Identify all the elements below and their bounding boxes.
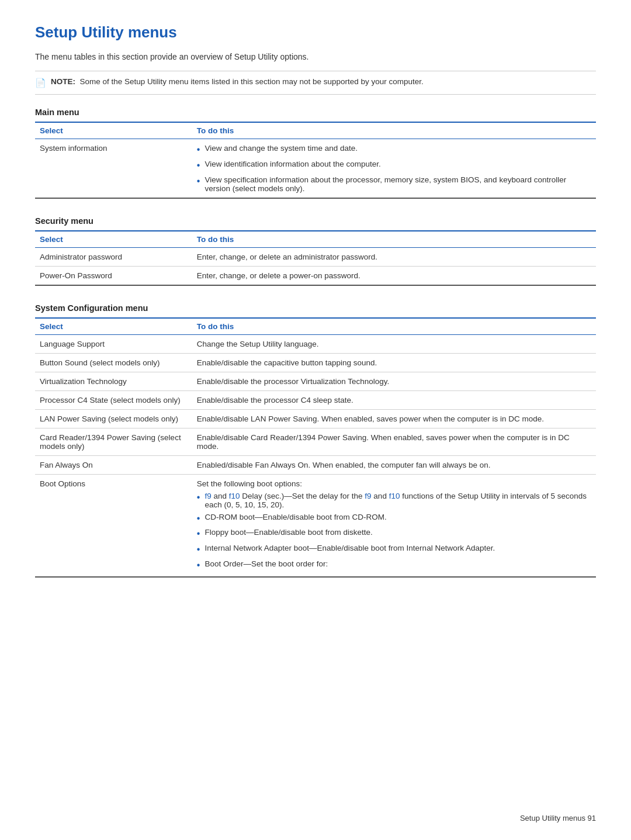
table-row: Processor C4 State (select models only) … xyxy=(35,390,596,409)
list-item: • CD-ROM boot—Enable/disable boot from C… xyxy=(197,513,591,525)
table-row: Power-On Password Enter, change, or dele… xyxy=(35,266,596,285)
bullet-icon: • xyxy=(197,559,200,572)
sys-row4-select: Processor C4 State (select models only) xyxy=(35,390,192,409)
sys-row1-select: Language Support xyxy=(35,334,192,353)
sys-row3-todo: Enable/disable the processor Virtualizat… xyxy=(192,372,596,390)
table-row: LAN Power Saving (select models only) En… xyxy=(35,409,596,428)
main-menu-table: Select To do this System information • V… xyxy=(35,122,596,199)
main-menu-section: Main menu Select To do this System infor… xyxy=(35,108,596,199)
sec-col-select: Select xyxy=(35,231,192,248)
sec-col-todo: To do this xyxy=(192,231,596,248)
sys-row2-select: Button Sound (select models only) xyxy=(35,353,192,372)
sys-row5-select: LAN Power Saving (select models only) xyxy=(35,409,192,428)
note-box: 📄 NOTE: Some of the Setup Utility menu i… xyxy=(35,71,596,95)
security-menu-section: Security menu Select To do this Administ… xyxy=(35,216,596,286)
sys-row7-select: Fan Always On xyxy=(35,455,192,474)
sys-row8-select: Boot Options xyxy=(35,474,192,577)
table-row: Card Reader/1394 Power Saving (select mo… xyxy=(35,428,596,455)
sys-row1-todo: Change the Setup Utility language. xyxy=(192,334,596,353)
main-col-select: Select xyxy=(35,122,192,139)
list-item: • View identification information about … xyxy=(197,160,591,172)
sys-row7-todo: Enabled/disable Fan Always On. When enab… xyxy=(192,455,596,474)
table-row: Virtualization Technology Enable/disable… xyxy=(35,372,596,390)
sys-col-todo: To do this xyxy=(192,318,596,335)
table-row: Fan Always On Enabled/disable Fan Always… xyxy=(35,455,596,474)
sys-row4-todo: Enable/disable the processor C4 sleep st… xyxy=(192,390,596,409)
security-menu-title: Security menu xyxy=(35,216,596,226)
bullet-icon: • xyxy=(197,513,200,525)
bullet-icon: • xyxy=(197,544,200,556)
note-icon: 📄 xyxy=(35,78,46,88)
sysconfig-menu-section: System Configuration menu Select To do t… xyxy=(35,303,596,578)
bullet-icon: • xyxy=(197,160,200,172)
list-item: • Boot Order—Set the boot order for: xyxy=(197,559,591,572)
sys-row6-select: Card Reader/1394 Power Saving (select mo… xyxy=(35,428,192,455)
bullet-icon: • xyxy=(197,492,200,504)
table-row: System information • View and change the… xyxy=(35,139,596,198)
list-item: • Internal Network Adapter boot—Enable/d… xyxy=(197,544,591,556)
sysconfig-menu-title: System Configuration menu xyxy=(35,303,596,313)
table-row: Button Sound (select models only) Enable… xyxy=(35,353,596,372)
sec-row2-select: Power-On Password xyxy=(35,266,192,285)
list-item: • View specification information about t… xyxy=(197,175,591,193)
sys-row3-select: Virtualization Technology xyxy=(35,372,192,390)
sec-row1-select: Administrator password xyxy=(35,247,192,266)
bullet-icon: • xyxy=(197,175,200,188)
main-row1-select: System information xyxy=(35,139,192,198)
main-menu-title: Main menu xyxy=(35,108,596,117)
intro-text: The menu tables in this section provide … xyxy=(35,52,596,61)
sys-row5-todo: Enable/disable LAN Power Saving. When en… xyxy=(192,409,596,428)
sys-row6-todo: Enable/disable Card Reader/1394 Power Sa… xyxy=(192,428,596,455)
table-row: Language Support Change the Setup Utilit… xyxy=(35,334,596,353)
table-row: Boot Options Set the following boot opti… xyxy=(35,474,596,577)
main-col-todo: To do this xyxy=(192,122,596,139)
list-item: • View and change the system time and da… xyxy=(197,144,591,156)
sys-row2-todo: Enable/disable the capacitive button tap… xyxy=(192,353,596,372)
bullet-icon: • xyxy=(197,144,200,156)
note-text: NOTE: Some of the Setup Utility menu ite… xyxy=(51,77,424,86)
sys-col-select: Select xyxy=(35,318,192,335)
page-title: Setup Utility menus xyxy=(35,23,596,42)
sec-row1-todo: Enter, change, or delete an administrato… xyxy=(192,247,596,266)
security-menu-table: Select To do this Administrator password… xyxy=(35,230,596,286)
table-row: Administrator password Enter, change, or… xyxy=(35,247,596,266)
main-row1-todo: • View and change the system time and da… xyxy=(192,139,596,198)
list-item: • f9 and f10 Delay (sec.)—Set the delay … xyxy=(197,492,591,509)
sec-row2-todo: Enter, change, or delete a power-on pass… xyxy=(192,266,596,285)
page-footer: Setup Utility menus 91 xyxy=(520,814,596,822)
footer-text: Setup Utility menus 91 xyxy=(520,814,596,822)
sys-row8-todo: Set the following boot options: • f9 and… xyxy=(192,474,596,577)
bullet-icon: • xyxy=(197,528,200,540)
sysconfig-menu-table: Select To do this Language Support Chang… xyxy=(35,317,596,578)
list-item: • Floppy boot—Enable/disable boot from d… xyxy=(197,528,591,540)
